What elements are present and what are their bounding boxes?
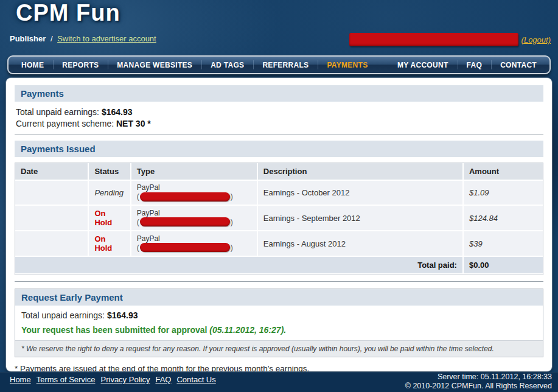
paren-open: (: [137, 217, 139, 227]
server-time: Server time: 05.11.2012, 16:28:33: [405, 373, 552, 382]
payments-issued-section-title: Payments Issued: [15, 141, 543, 157]
table-row: Pending PayPal () Earnings - October 201…: [15, 181, 543, 206]
payments-issued-table: Date Status Type Description Amount Pend…: [15, 163, 543, 275]
payments-section-title: Payments: [15, 85, 543, 102]
redacted-username: [349, 33, 518, 46]
nav-item-reports[interactable]: REPORTS: [53, 57, 108, 73]
description-cell: Earnings - September 2012: [258, 206, 464, 231]
table-row: On Hold PayPal () Earnings - September 2…: [15, 206, 543, 231]
total-unpaid-value: $164.93: [102, 107, 133, 117]
status-cell: On Hold: [89, 206, 131, 231]
total-unpaid-line: Total unpaid earnings: $164.93: [16, 107, 542, 117]
account-bar: (Logout): [349, 33, 551, 46]
paren-close: ): [231, 192, 233, 201]
nav-item-contact[interactable]: CONTACT: [491, 57, 546, 73]
table-row: On Hold PayPal () Earnings - August 2012…: [15, 231, 543, 257]
column-header-date: Date: [15, 163, 89, 181]
total-paid-label: Total paid:: [15, 257, 464, 275]
nav-item-my-account[interactable]: MY ACCOUNT: [388, 57, 458, 73]
column-header-type: Type: [131, 163, 258, 181]
payment-type-label: PayPal: [137, 184, 251, 192]
copyright: © 2010-2012 CPMFun. All Rights Reserved: [405, 382, 552, 391]
total-row: Total paid: $0.00: [15, 257, 543, 275]
nav-spacer: [377, 57, 388, 73]
status-cell: On Hold: [89, 231, 131, 257]
payment-type-label: PayPal: [137, 209, 251, 217]
role-separator: /: [51, 34, 53, 43]
nav-item-home[interactable]: HOME: [12, 57, 53, 73]
footer-links: HomeTerms of ServicePrivacy PolicyFAQCon…: [10, 375, 221, 384]
date-cell: [15, 181, 89, 206]
nav-item-faq[interactable]: FAQ: [458, 57, 492, 73]
paren-close: ): [231, 217, 233, 227]
paren-open: (: [137, 192, 139, 201]
payment-scheme-label: Current payment scheme:: [16, 119, 114, 128]
switch-account-link[interactable]: Switch to advertiser account: [57, 34, 156, 43]
total-unpaid-label: Total unpaid earnings:: [16, 107, 99, 117]
footer-link-home[interactable]: Home: [10, 375, 31, 384]
main-nav: HOME REPORTS MANAGE WEBSITES AD TAGS REF…: [7, 55, 551, 74]
approval-message-text: Your request has been submitted for appr…: [21, 325, 207, 335]
description-cell: Earnings - August 2012: [258, 231, 464, 257]
section-divider: [15, 281, 543, 282]
nav-item-ad-tags[interactable]: AD TAGS: [201, 57, 253, 73]
amount-cell: $1.09: [464, 181, 543, 206]
request-early-payment-box: Request Early Payment Total unpaid earni…: [15, 289, 543, 357]
type-cell: PayPal (): [131, 231, 258, 257]
request-unpaid-label: Total unpaid earnings:: [21, 310, 105, 320]
redacted-paypal-email: [140, 217, 230, 226]
payment-type-label: PayPal: [137, 235, 251, 243]
type-cell: PayPal (): [131, 206, 258, 231]
redacted-paypal-email: [140, 243, 230, 252]
app-logo: CPM Fun: [16, 0, 120, 26]
account-role-bar: Publisher / Switch to advertiser account: [10, 34, 156, 43]
amount-cell: $124.84: [464, 206, 543, 231]
payment-scheme-value: NET 30 *: [116, 119, 151, 128]
payment-scheme-line: Current payment scheme: NET 30 *: [16, 119, 542, 128]
status-on-hold: On Hold: [94, 234, 112, 253]
nav-item-manage-websites[interactable]: MANAGE WEBSITES: [108, 57, 201, 73]
total-paid-value: $0.00: [464, 257, 543, 275]
footer-info: Server time: 05.11.2012, 16:28:33 © 2010…: [405, 373, 552, 391]
role-label: Publisher: [10, 34, 46, 43]
footer-link-contact[interactable]: Contact Us: [176, 375, 215, 384]
request-disclaimer: * We reserve the right to deny a request…: [15, 340, 543, 357]
logout-link[interactable]: (Logout): [521, 35, 551, 44]
redacted-paypal-email: [140, 192, 230, 201]
approval-message-time: (05.11.2012, 16:27).: [209, 325, 286, 335]
amount-cell: $39: [464, 231, 543, 257]
table-header-row: Date Status Type Description Amount: [15, 163, 543, 181]
status-on-hold: On Hold: [94, 209, 112, 227]
column-header-amount: Amount: [464, 163, 543, 181]
nav-item-payments[interactable]: PAYMENTS: [318, 57, 377, 73]
nav-item-referrals[interactable]: REFERRALS: [253, 57, 318, 73]
type-cell: PayPal (): [131, 181, 258, 206]
footer-link-terms[interactable]: Terms of Service: [37, 375, 96, 384]
request-unpaid-line: Total unpaid earnings: $164.93: [21, 310, 537, 320]
paren-open: (: [137, 243, 139, 253]
paren-close: ): [231, 243, 233, 253]
approval-status-message: Your request has been submitted for appr…: [21, 325, 537, 335]
date-cell: [15, 206, 89, 231]
footer-link-faq[interactable]: FAQ: [155, 375, 171, 384]
request-unpaid-value: $164.93: [107, 310, 138, 320]
column-header-status: Status: [89, 163, 131, 181]
status-cell: Pending: [89, 181, 131, 206]
date-cell: [15, 231, 89, 257]
footer-link-privacy[interactable]: Privacy Policy: [101, 375, 150, 384]
column-header-description: Description: [258, 163, 464, 181]
description-cell: Earnings - October 2012: [258, 181, 464, 206]
request-section-title: Request Early Payment: [15, 289, 543, 306]
content-card: Payments Total unpaid earnings: $164.93 …: [6, 78, 552, 371]
footer-bar: HomeTerms of ServicePrivacy PolicyFAQCon…: [0, 372, 558, 392]
status-pending: Pending: [94, 188, 124, 197]
section-divider: [15, 135, 543, 135]
